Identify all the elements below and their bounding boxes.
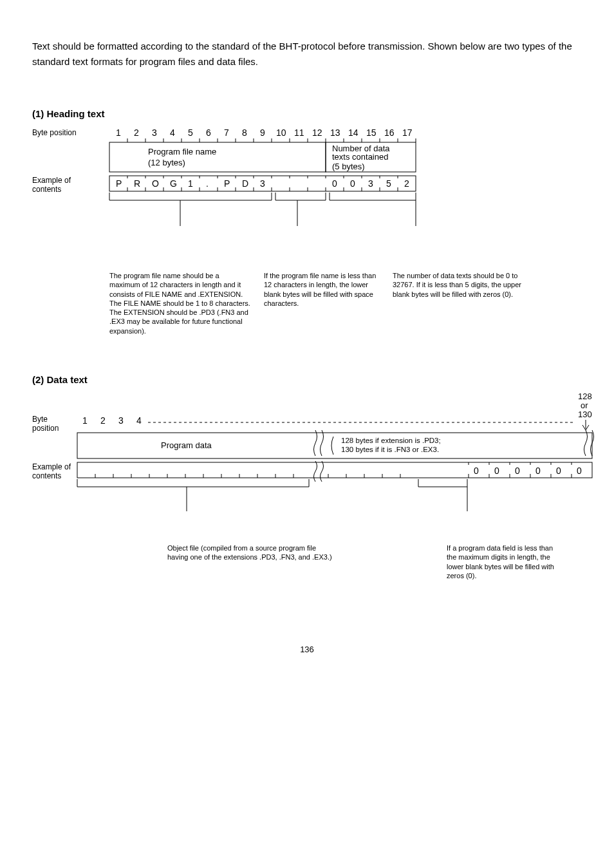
svg-text:9: 9 bbox=[260, 127, 265, 138]
intro-paragraph: Text should be formatted according to th… bbox=[32, 39, 582, 70]
svg-text:3: 3 bbox=[368, 178, 373, 189]
svg-text:P: P bbox=[224, 178, 230, 189]
svg-text:11: 11 bbox=[294, 127, 304, 138]
svg-text:130 bytes if it is .FN3 or .EX: 130 bytes if it is .FN3 or .EX3. bbox=[341, 446, 439, 453]
svg-text:P: P bbox=[116, 178, 122, 189]
svg-text:4: 4 bbox=[170, 127, 175, 138]
svg-text:128 bytes if extension is .PD3: 128 bytes if extension is .PD3; bbox=[341, 437, 441, 444]
section1-heading: (1) Heading text bbox=[32, 108, 582, 119]
svg-rect-34 bbox=[109, 142, 326, 172]
svg-text:3: 3 bbox=[118, 415, 124, 426]
heading-diagram-svg: 1234567891011121314151617 Program file n… bbox=[103, 126, 592, 267]
page-number: 136 bbox=[32, 645, 582, 654]
svg-text:2: 2 bbox=[134, 127, 139, 138]
svg-text:128: 128 bbox=[578, 392, 592, 401]
svg-text:0: 0 bbox=[535, 466, 541, 476]
byte-label-line1: Byte bbox=[32, 415, 48, 424]
heading-note-1: The program file name should be a maximu… bbox=[109, 271, 251, 335]
svg-text:16: 16 bbox=[384, 127, 395, 138]
svg-rect-109 bbox=[77, 433, 592, 458]
section2-heading: (2) Data text bbox=[32, 374, 582, 385]
svg-text:5: 5 bbox=[386, 178, 391, 189]
data-note-right: If a program data field is less than the… bbox=[447, 543, 563, 580]
svg-text:17: 17 bbox=[402, 127, 413, 138]
example-label2-line1: Example of bbox=[32, 462, 71, 471]
byte-position-label: Byte position bbox=[32, 128, 77, 137]
svg-text:2: 2 bbox=[100, 415, 106, 426]
svg-text:1: 1 bbox=[116, 127, 121, 138]
heading-text-diagram: Byte position Example of contents 123456… bbox=[32, 126, 582, 267]
svg-text:(12 bytes): (12 bytes) bbox=[148, 158, 185, 167]
heading-note-2: If the program file name is less than 12… bbox=[264, 271, 380, 335]
svg-text:12: 12 bbox=[312, 127, 322, 138]
svg-text:13: 13 bbox=[330, 127, 340, 138]
svg-text:.: . bbox=[206, 178, 209, 189]
svg-text:texts contained: texts contained bbox=[332, 152, 388, 162]
svg-text:130: 130 bbox=[578, 410, 592, 419]
svg-text:6: 6 bbox=[206, 127, 211, 138]
data-text-diagram: Byte position Example of contents 128 or… bbox=[32, 392, 582, 540]
svg-text:R: R bbox=[134, 178, 140, 189]
svg-text:0: 0 bbox=[556, 466, 561, 476]
svg-text:0: 0 bbox=[332, 178, 337, 189]
svg-text:Program data: Program data bbox=[161, 440, 212, 450]
svg-text:4: 4 bbox=[136, 415, 142, 426]
svg-text:1: 1 bbox=[82, 415, 88, 426]
svg-text:10: 10 bbox=[276, 127, 286, 138]
svg-text:Program file name: Program file name bbox=[148, 147, 216, 156]
example-label2-line2: contents bbox=[32, 471, 61, 480]
heading-note-3: The number of data texts should be 0 to … bbox=[393, 271, 521, 335]
svg-text:0: 0 bbox=[350, 178, 355, 189]
svg-text:G: G bbox=[170, 178, 177, 189]
svg-text:1: 1 bbox=[188, 178, 193, 189]
svg-text:3: 3 bbox=[260, 178, 265, 189]
example-of-label-line2: contents bbox=[32, 185, 61, 194]
data-diagram-svg: 128 or 130 1234 Program data 128 bytes i… bbox=[71, 392, 611, 540]
byte-label-line2: position bbox=[32, 424, 59, 433]
svg-text:O: O bbox=[152, 178, 159, 189]
svg-text:14: 14 bbox=[348, 127, 358, 138]
svg-text:15: 15 bbox=[366, 127, 377, 138]
svg-text:3: 3 bbox=[152, 127, 157, 138]
svg-text:0: 0 bbox=[515, 466, 520, 476]
svg-text:2: 2 bbox=[404, 178, 409, 189]
data-note-left: Object file (compiled from a source prog… bbox=[167, 543, 335, 580]
svg-text:0: 0 bbox=[474, 466, 479, 476]
svg-text:or: or bbox=[581, 401, 588, 410]
svg-text:0: 0 bbox=[494, 466, 499, 476]
svg-text:(5 bytes): (5 bytes) bbox=[332, 162, 365, 171]
svg-text:D: D bbox=[242, 178, 248, 189]
svg-text:8: 8 bbox=[242, 127, 247, 138]
data-diagram-notes: Object file (compiled from a source prog… bbox=[32, 543, 582, 580]
example-of-label-line1: Example of bbox=[32, 176, 71, 185]
svg-text:7: 7 bbox=[224, 127, 229, 138]
svg-text:0: 0 bbox=[577, 466, 582, 476]
svg-text:5: 5 bbox=[188, 127, 193, 138]
heading-diagram-notes: The program file name should be a maximu… bbox=[109, 271, 582, 335]
